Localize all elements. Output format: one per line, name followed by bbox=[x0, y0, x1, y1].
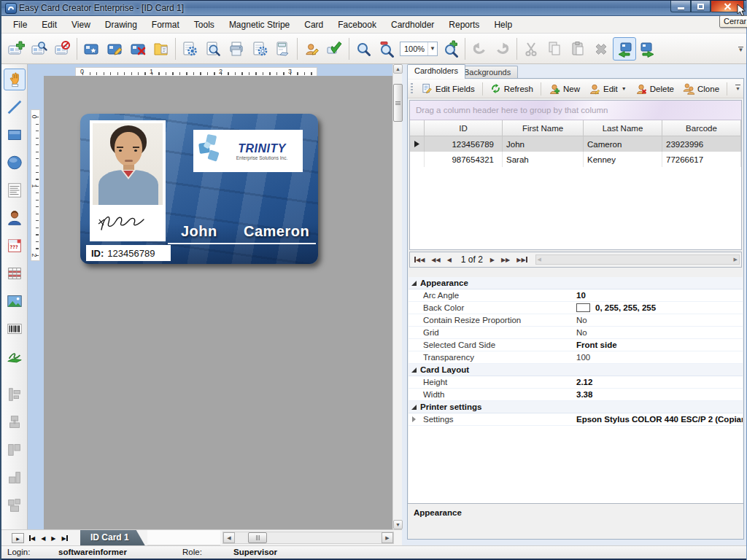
cut-button[interactable] bbox=[519, 37, 543, 61]
previous-page-button[interactable]: ◀◀ bbox=[431, 257, 440, 263]
column-header-id[interactable]: ID bbox=[425, 120, 503, 136]
favorite-card-button[interactable] bbox=[80, 37, 103, 61]
validate-card-button[interactable] bbox=[323, 37, 347, 61]
card-first-name[interactable]: John bbox=[181, 223, 217, 240]
menu-file[interactable]: File bbox=[6, 17, 34, 33]
image-tool[interactable] bbox=[4, 290, 26, 312]
copy-button[interactable] bbox=[543, 37, 566, 61]
scrollbar-thumb[interactable] bbox=[393, 84, 403, 122]
new-card-button[interactable] bbox=[4, 37, 28, 61]
edit-user-button[interactable] bbox=[300, 37, 323, 61]
edit-card-button[interactable] bbox=[103, 37, 126, 61]
expand-arrow-icon[interactable] bbox=[412, 416, 416, 422]
scroll-down-button[interactable]: ▼ bbox=[393, 520, 403, 529]
menu-card[interactable]: Card bbox=[297, 17, 330, 33]
menu-tools[interactable]: Tools bbox=[187, 17, 222, 33]
page-setup-button[interactable] bbox=[178, 37, 201, 61]
delete-cardholder-button[interactable]: Delete bbox=[631, 82, 678, 96]
card-tab-id-card-1[interactable]: ID Card 1 bbox=[80, 530, 145, 545]
property-value[interactable]: 100 bbox=[573, 353, 743, 362]
barcode-tool[interactable] bbox=[4, 318, 26, 340]
first-record-button[interactable]: ◀◀ bbox=[414, 257, 425, 263]
table-row[interactable]: 987654321 Sarah Kenney 77266617 bbox=[410, 152, 741, 167]
card-side-previous-button[interactable] bbox=[613, 37, 636, 61]
toolbar-overflow-button[interactable]: ▼ bbox=[736, 44, 746, 55]
minimize-button[interactable] bbox=[670, 1, 691, 12]
menu-facebook[interactable]: Facebook bbox=[330, 17, 384, 33]
group-by-bar[interactable]: Drag a column header here to group by th… bbox=[410, 101, 741, 120]
scroll-left-button[interactable]: ◀ bbox=[223, 532, 235, 543]
html-export-button[interactable] bbox=[271, 37, 295, 61]
menu-format[interactable]: Format bbox=[144, 17, 187, 33]
category-printer-settings[interactable]: Printer settings bbox=[409, 401, 743, 413]
table-row[interactable]: 123456789 John Cameron 23923996 bbox=[410, 136, 741, 152]
grid-horizontal-scrollbar[interactable]: ◀ ▶ bbox=[535, 254, 740, 265]
column-header-barcode[interactable]: Barcode bbox=[662, 120, 741, 136]
refresh-button[interactable]: Refresh bbox=[486, 82, 538, 96]
property-value[interactable]: Epson Stylus COLOR 440 ESC/P 2 (Copiar 1… bbox=[573, 415, 743, 424]
clone-cardholder-button[interactable]: Clone bbox=[678, 82, 724, 96]
property-value[interactable]: 0, 255, 255, 255 bbox=[595, 303, 656, 312]
photo-tool[interactable] bbox=[4, 207, 26, 229]
card-template-button[interactable] bbox=[150, 37, 173, 61]
edit-fields-button[interactable]: Edit Fields bbox=[417, 82, 479, 96]
print-button[interactable] bbox=[225, 37, 248, 61]
column-header-last-name[interactable]: Last Name bbox=[584, 120, 662, 136]
rectangle-tool[interactable] bbox=[4, 124, 26, 146]
select-tool[interactable] bbox=[4, 69, 26, 90]
property-value[interactable]: 3.38 bbox=[573, 390, 743, 399]
company-logo[interactable]: TRINITY Enterprise Solutions Inc. bbox=[193, 130, 303, 172]
menu-magnetic-stripe[interactable]: Magnetic Stripe bbox=[222, 17, 297, 33]
redo-button[interactable] bbox=[491, 37, 514, 61]
last-sheet-button[interactable]: ▶ bbox=[61, 535, 67, 542]
zoom-level-combo[interactable]: 100% ▼ bbox=[400, 42, 438, 56]
property-row-grid[interactable]: Grid No bbox=[409, 327, 743, 339]
property-row-settings[interactable]: Settings Epson Stylus COLOR 440 ESC/P 2 … bbox=[409, 413, 743, 426]
align-center-tool[interactable] bbox=[4, 411, 26, 433]
property-value[interactable]: No bbox=[573, 316, 743, 324]
undo-button[interactable] bbox=[468, 37, 491, 61]
column-header-first-name[interactable]: First Name bbox=[503, 120, 584, 136]
ellipse-tool[interactable] bbox=[4, 152, 26, 174]
color-swatch[interactable] bbox=[576, 303, 590, 312]
printer-settings-button[interactable] bbox=[248, 37, 271, 61]
property-row-selected-card-side[interactable]: Selected Card Side Front side bbox=[409, 339, 743, 351]
toolbar-grip[interactable] bbox=[411, 83, 413, 95]
next-sheet-button[interactable]: ▶ bbox=[51, 535, 55, 542]
next-page-button[interactable]: ▶▶ bbox=[501, 257, 510, 263]
card-side-next-button[interactable] bbox=[636, 37, 659, 61]
property-value[interactable]: 2.12 bbox=[573, 378, 743, 386]
paste-button[interactable] bbox=[566, 37, 589, 61]
menu-edit[interactable]: Edit bbox=[34, 17, 64, 33]
property-value[interactable]: 10 bbox=[573, 291, 743, 300]
property-row-width[interactable]: Width 3.38 bbox=[409, 389, 743, 401]
find-card-button[interactable] bbox=[28, 37, 51, 61]
signature-tool[interactable] bbox=[4, 346, 26, 368]
remove-card-button[interactable] bbox=[51, 37, 74, 61]
next-record-button[interactable]: ▶ bbox=[490, 257, 495, 263]
tab-backgrounds[interactable]: Backgrounds bbox=[457, 66, 518, 78]
scroll-right-button[interactable]: ▶ bbox=[382, 532, 393, 543]
new-cardholder-button[interactable]: New bbox=[544, 82, 584, 96]
category-card-layout[interactable]: Card Layout bbox=[409, 364, 743, 376]
property-row-arc-angle[interactable]: Arc Angle 10 bbox=[409, 289, 743, 302]
menu-drawing[interactable]: Drawing bbox=[98, 17, 144, 33]
align-left-tool[interactable] bbox=[4, 384, 26, 405]
property-value[interactable]: Front side bbox=[573, 341, 743, 349]
align-bottom-tool[interactable] bbox=[4, 467, 26, 489]
menu-reports[interactable]: Reports bbox=[441, 17, 487, 33]
menu-view[interactable]: View bbox=[64, 17, 98, 33]
delete-button[interactable] bbox=[589, 37, 613, 61]
table-tool[interactable] bbox=[4, 262, 26, 284]
property-row-transparency[interactable]: Transparency 100 bbox=[409, 351, 743, 364]
scrollbar-thumb[interactable] bbox=[248, 532, 267, 543]
zoom-button[interactable] bbox=[352, 37, 375, 61]
property-value[interactable]: No bbox=[573, 328, 743, 337]
canvas-vertical-scrollbar[interactable]: ▲ ▼ bbox=[392, 64, 402, 529]
property-row-contain-resize[interactable]: Contain Resize Proportion No bbox=[409, 314, 743, 327]
card-last-name[interactable]: Cameron bbox=[244, 223, 309, 240]
card-id-field[interactable]: ID: 123456789 bbox=[86, 245, 171, 261]
panel-expand-button[interactable]: ▶ bbox=[12, 533, 24, 543]
chevron-down-icon[interactable]: ▼ bbox=[427, 42, 437, 55]
scroll-right-button[interactable]: ▶ bbox=[734, 257, 738, 262]
